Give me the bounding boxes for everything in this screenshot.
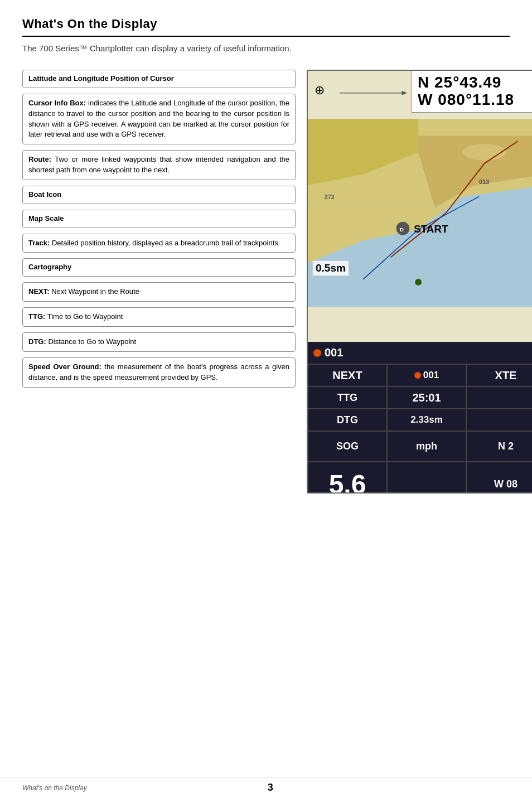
track-box: Track: Detailed position history, displa… <box>22 234 296 253</box>
next-label-cell: NEXT <box>308 364 387 386</box>
coord-w2-cell: W 08 <box>466 462 532 494</box>
next-val-cell: 001 <box>387 364 466 386</box>
page-footer: What's on the Display 3 <box>0 777 532 798</box>
route-text: Two or more linked waypoints that show i… <box>28 155 289 174</box>
sog-box: Speed Over Ground: the measurement of th… <box>22 357 296 388</box>
left-column: Latitude and Longitude Position of Curso… <box>22 70 296 388</box>
ttg-val-cell: 25:01 <box>387 386 466 409</box>
next-dot <box>414 372 421 379</box>
svg-text:272: 272 <box>325 194 335 200</box>
data-panel: 001 NEXT 001 XTE <box>308 342 532 492</box>
coord-n: N 25°43.49 <box>418 74 532 91</box>
ttg-text: Time to Go to Waypoint <box>45 312 123 321</box>
dtg-bold: DTG: <box>28 337 46 346</box>
dtg-empty-cell <box>466 409 532 431</box>
sog-unit-cell: mph <box>387 431 466 462</box>
ttg-bold: TTG: <box>28 312 45 321</box>
cursor-info-bold: Cursor Info Box: <box>28 99 86 107</box>
heading-value: 001 <box>325 346 343 359</box>
page-title: What's On the Display <box>22 17 510 37</box>
coord-w2-display: W 08 <box>494 478 518 490</box>
map-svg: 272 013 D START <box>308 118 532 308</box>
svg-text:013: 013 <box>479 178 489 185</box>
map-scale-box: Map Scale <box>22 210 296 228</box>
dtg-val-cell: 2.33sm <box>387 409 466 431</box>
coord-n2-cell: N 2 <box>466 431 532 462</box>
sog-display-val: mph <box>416 441 437 452</box>
route-box: Route: Two or more linked waypoints that… <box>22 150 296 180</box>
footer-page: 3 <box>268 782 273 794</box>
dtg-display-val: 2.33sm <box>410 414 443 425</box>
ttg-box: TTG: Time to Go to Waypoint <box>22 307 296 327</box>
next-bold: NEXT: <box>28 287 50 296</box>
speed-empty-cell <box>387 462 466 494</box>
next-display-val: 001 <box>423 370 439 381</box>
page-subtitle: The 700 Series™ Chartplotter can display… <box>22 43 510 53</box>
next-text: Next Waypoint in the Route <box>50 287 139 296</box>
map-scale-value: 0.5sm <box>312 260 349 276</box>
latitude-longitude-label: Latitude and Longitude Position of Curso… <box>28 74 174 83</box>
svg-point-4 <box>462 144 506 161</box>
track-bold: Track: <box>28 239 50 247</box>
cursor-crosshair-icon: ⊕ <box>315 83 325 98</box>
boat-icon-box: Boat Icon <box>22 186 296 204</box>
svg-text:START: START <box>414 223 448 235</box>
speed-val-cell: 5.6 <box>308 462 387 494</box>
map-scale-label: Map Scale <box>28 214 64 223</box>
cursor-info-box: Cursor Info Box: indicates the Latitude … <box>22 94 296 144</box>
dtg-label-cell: DTG <box>308 409 387 431</box>
track-text: Detailed position history, displayed as … <box>50 239 280 247</box>
cartography-label: Cartography <box>28 263 71 271</box>
ttg-label-cell: TTG <box>308 386 387 409</box>
next-display-label: NEXT <box>332 369 362 382</box>
sog-bold: Speed Over Ground: <box>28 362 101 371</box>
svg-marker-18 <box>402 91 407 95</box>
xte-display-label: XTE <box>495 369 517 382</box>
dtg-text: Distance to Go to Waypoint <box>46 337 136 346</box>
right-column: N 25°43.49 W 080°11.18 ⊕ <box>307 70 532 494</box>
data-grid: NEXT 001 XTE TTG <box>308 364 532 492</box>
dtg-box: DTG: Distance to Go to Waypoint <box>22 332 296 352</box>
cartography-box: Cartography <box>22 258 296 277</box>
coord-w: W 080°11.18 <box>418 91 532 109</box>
route-bold: Route: <box>28 155 51 163</box>
svg-point-16 <box>415 279 422 286</box>
chart-display: N 25°43.49 W 080°11.18 ⊕ <box>307 70 532 494</box>
ttg-display-label: TTG <box>337 392 357 404</box>
next-box: NEXT: Next Waypoint in the Route <box>22 282 296 302</box>
sog-label-cell: SOG <box>308 431 387 462</box>
ttg-empty-cell <box>466 386 532 409</box>
svg-text:D: D <box>400 226 404 233</box>
dtg-display-label: DTG <box>337 414 358 426</box>
ttg-display-val: 25:01 <box>412 391 441 404</box>
footer-left: What's on the Display <box>22 784 87 792</box>
coord-n2-display: N 2 <box>498 441 514 452</box>
boat-icon-label: Boat Icon <box>28 190 61 199</box>
sog-display-label: SOG <box>336 441 359 452</box>
xte-label-cell: XTE <box>466 364 532 386</box>
speed-display-val: 5.6 <box>329 469 366 494</box>
heading-dot <box>313 349 321 357</box>
latitude-longitude-box: Latitude and Longitude Position of Curso… <box>22 70 296 88</box>
